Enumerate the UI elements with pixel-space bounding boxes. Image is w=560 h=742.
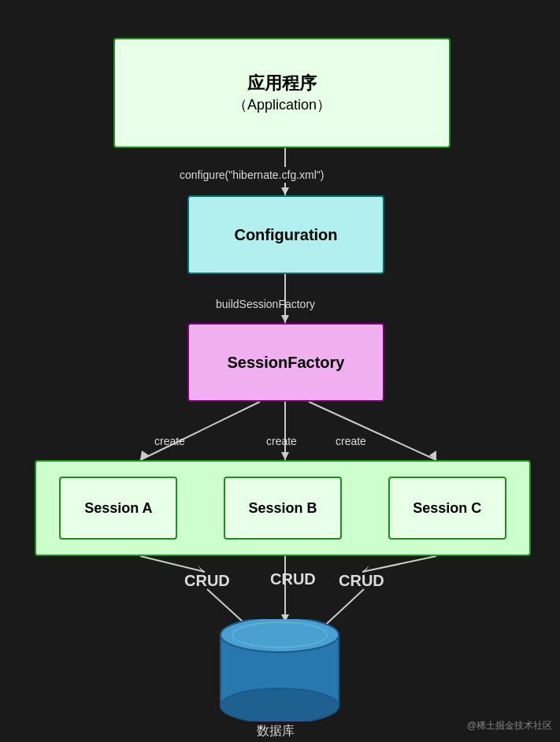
- database-label: 数据库: [257, 723, 295, 740]
- session-factory-label: SessionFactory: [228, 354, 345, 372]
- crud-label-c: CRUD: [339, 572, 384, 590]
- configuration-box: Configuration: [187, 195, 384, 274]
- svg-line-10: [140, 556, 205, 572]
- session-factory-box: SessionFactory: [187, 323, 384, 402]
- svg-line-8: [309, 402, 436, 460]
- crud-label-a: CRUD: [184, 572, 230, 590]
- app-title-cn: 应用程序: [247, 72, 317, 95]
- sessions-container: Session A Session B Session C: [35, 460, 531, 556]
- svg-line-14: [362, 556, 436, 572]
- configure-label: configure("hibernate.cfg.xml"): [176, 167, 327, 183]
- session-b-label: Session B: [248, 500, 317, 517]
- session-b-box: Session B: [224, 477, 342, 540]
- session-a-label: Session A: [84, 500, 152, 517]
- crud-label-b: CRUD: [270, 570, 316, 588]
- svg-marker-7: [281, 452, 289, 460]
- app-title-en: （Application）: [233, 95, 331, 114]
- create-label-a: create: [154, 435, 185, 447]
- database-cylinder: [213, 619, 347, 722]
- svg-line-4: [140, 402, 260, 460]
- configuration-label: Configuration: [234, 226, 337, 244]
- diagram-container: 应用程序 （Application） configure("hibernate.…: [0, 0, 560, 742]
- svg-marker-9: [429, 451, 436, 460]
- create-label-c: create: [336, 435, 366, 447]
- session-a-box: Session A: [59, 477, 177, 540]
- watermark: @稀土掘金技术社区: [467, 719, 552, 733]
- svg-marker-3: [281, 315, 289, 323]
- svg-point-21: [221, 688, 339, 722]
- svg-marker-5: [140, 451, 149, 460]
- create-label-b: create: [266, 435, 297, 447]
- session-c-box: Session C: [388, 477, 506, 540]
- build-session-factory-label: buildSessionFactory: [213, 296, 318, 312]
- application-box: 应用程序 （Application）: [113, 38, 451, 148]
- svg-marker-1: [281, 187, 289, 195]
- session-c-label: Session C: [413, 500, 481, 517]
